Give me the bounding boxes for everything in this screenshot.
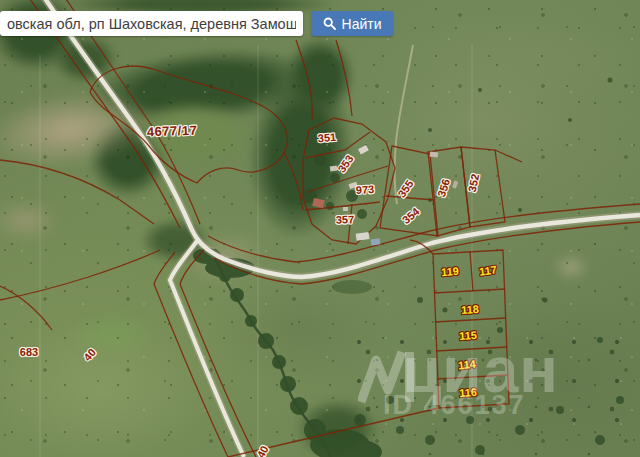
- lot-label-114: 114: [458, 359, 477, 372]
- parcel-label-683: 683: [20, 347, 38, 358]
- lot-label-115: 115: [459, 330, 477, 342]
- search-icon: [323, 17, 336, 30]
- lot-label-119: 119: [441, 266, 460, 279]
- search-input[interactable]: [0, 11, 303, 36]
- parcel-label-973: 973: [356, 184, 375, 196]
- cian-map-page: 4677/17 351 353 973 357 355 354 356 352 …: [0, 0, 640, 457]
- parcel-label-357: 357: [336, 214, 355, 226]
- satellite-map[interactable]: [0, 0, 640, 457]
- search-button-label: Найти: [342, 16, 382, 32]
- lot-label-116: 116: [459, 387, 477, 399]
- parcel-label-4677-17: 4677/17: [147, 124, 198, 139]
- search-button[interactable]: Найти: [311, 11, 393, 36]
- parcel-label-351: 351: [317, 132, 336, 144]
- lot-label-118: 118: [461, 304, 479, 316]
